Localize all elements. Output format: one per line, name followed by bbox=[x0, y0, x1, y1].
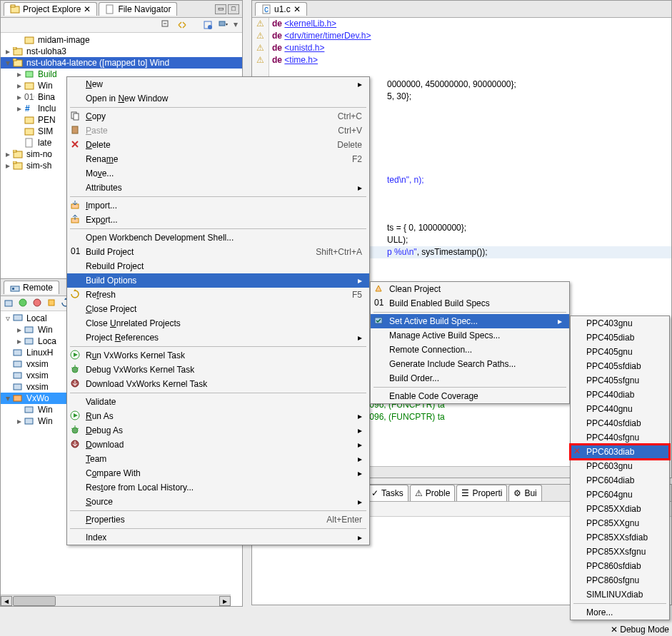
tab-properties[interactable]: ☰Properti bbox=[456, 485, 507, 501]
menu-item-download[interactable]: Download▸ bbox=[67, 438, 369, 452]
minimize-button[interactable]: ▭ bbox=[215, 4, 226, 14]
menu-item-debug-as[interactable]: Debug As▸ bbox=[67, 423, 369, 438]
scrollbar-horizontal[interactable]: ◂ ▸ bbox=[1, 595, 231, 606]
disconnect-icon[interactable] bbox=[32, 298, 44, 309]
menu-item-simlinuxdiab[interactable]: SIMLINUXdiab bbox=[571, 587, 669, 602]
menu-item-ppc440gnu[interactable]: PPC440gnu bbox=[571, 402, 669, 416]
menu-item-download-vxworks-kernel-task[interactable]: Download VxWorks Kernel Task bbox=[67, 377, 369, 391]
tab-build[interactable]: ⚙Bui bbox=[508, 485, 541, 501]
menu-label: Set Active Build Spec... bbox=[389, 316, 478, 326]
scroll-thumb[interactable] bbox=[13, 596, 56, 606]
menu-item-ppc85xxdiab[interactable]: PPC85XXdiab bbox=[571, 502, 669, 516]
menu-item-rebuild-project[interactable]: Rebuild Project bbox=[67, 259, 369, 273]
context-menu[interactable]: New▸Open in New WindowCopyCtrl+CPasteCtr… bbox=[66, 76, 370, 545]
file-icon bbox=[105, 4, 115, 14]
scroll-right-button[interactable]: ▸ bbox=[219, 596, 231, 606]
menu-item-delete[interactable]: DeleteDelete bbox=[67, 138, 369, 152]
menu-item-ppc603diab[interactable]: ✕PPC603diab bbox=[571, 445, 669, 459]
menu-item-refresh[interactable]: RefreshF5 bbox=[67, 288, 369, 302]
menu-item-open-workbench-development-shell[interactable]: Open Workbench Development Shell... bbox=[67, 231, 369, 245]
menu-item-ppc85xxgnu[interactable]: PPC85XXgnu bbox=[571, 516, 669, 530]
menu-item-index[interactable]: Index▸ bbox=[67, 530, 369, 545]
link-editor-icon[interactable] bbox=[176, 19, 188, 31]
run-icon[interactable] bbox=[4, 298, 15, 309]
menu-item-project-references[interactable]: Project References▸ bbox=[67, 330, 369, 345]
menu-item-ppc405sfdiab[interactable]: PPC405sfdiab bbox=[571, 359, 669, 373]
editor-tab-u1c[interactable]: c u1.c ✕ bbox=[255, 2, 307, 16]
tab-file-navigator[interactable]: File Navigator bbox=[99, 2, 177, 16]
target-icon bbox=[12, 348, 24, 358]
menu-item-team[interactable]: Team▸ bbox=[67, 452, 369, 466]
menu-item-ppc860sfgnu[interactable]: PPC860sfgnu bbox=[571, 573, 669, 587]
proj-icon bbox=[12, 149, 24, 159]
menu-item-more[interactable]: More... bbox=[571, 605, 669, 620]
menu-item-copy[interactable]: CopyCtrl+C bbox=[67, 109, 369, 123]
menu-item-clean-project[interactable]: Clean Project bbox=[371, 282, 569, 296]
menu-item-new[interactable]: New▸ bbox=[67, 77, 369, 91]
menu-item-validate[interactable]: Validate bbox=[67, 395, 369, 409]
menu-item-debug-vxworks-kernel-task[interactable]: Debug VxWorks Kernel Task bbox=[67, 363, 369, 377]
close-icon[interactable]: ✕ bbox=[611, 625, 618, 635]
tree-item[interactable]: midam-image bbox=[1, 34, 242, 46]
menu-item-ppc85xxsfdiab[interactable]: PPC85XXsfdiab bbox=[571, 530, 669, 545]
menu-item-ppc440sfdiab[interactable]: PPC440sfdiab bbox=[571, 416, 669, 430]
menu-item-restore-from-local-history[interactable]: Restore from Local History... bbox=[67, 480, 369, 495]
menu-item-build-order[interactable]: Build Order... bbox=[371, 371, 569, 385]
menu-item-open-in-new-window[interactable]: Open in New Window bbox=[67, 91, 369, 106]
menu-item-enable-code-coverage[interactable]: Enable Code Coverage bbox=[371, 389, 569, 403]
maximize-button[interactable]: □ bbox=[228, 4, 239, 14]
target-icon[interactable] bbox=[46, 298, 58, 309]
tab-label: File Navigator bbox=[118, 4, 171, 14]
menu-label: PPC440diab bbox=[586, 390, 634, 400]
menu-item-ppc440sfgnu[interactable]: PPC440sfgnu bbox=[571, 430, 669, 445]
close-icon[interactable]: ✕ bbox=[84, 4, 91, 14]
menu-item-close-unrelated-projects[interactable]: Close Unrelated Projects bbox=[67, 316, 369, 330]
filter-icon[interactable] bbox=[202, 19, 214, 31]
menu-item-rename[interactable]: RenameF2 bbox=[67, 152, 369, 166]
menu-item-ppc860sfdiab[interactable]: PPC860sfdiab bbox=[571, 559, 669, 573]
menu-item-ppc85xxsfgnu[interactable]: PPC85XXsfgnu bbox=[571, 545, 669, 559]
view-menu-icon[interactable] bbox=[218, 19, 229, 31]
tab-project-explorer[interactable]: Project Explore ✕ bbox=[4, 2, 97, 16]
menu-item-run-as[interactable]: Run As▸ bbox=[67, 409, 369, 423]
menu-item-source[interactable]: Source▸ bbox=[67, 495, 369, 509]
menu-item-ppc405diab[interactable]: PPC405diab bbox=[571, 330, 669, 345]
collapse-all-icon[interactable] bbox=[161, 19, 172, 31]
tab-tasks[interactable]: ✓Tasks bbox=[366, 485, 408, 501]
tree-item[interactable]: ▾nst-uloha4-latence ([mapped to] Wind bbox=[1, 57, 242, 69]
menu-item-set-active-build-spec[interactable]: Set Active Build Spec...▸ bbox=[371, 314, 569, 328]
menu-item-close-project[interactable]: Close Project bbox=[67, 302, 369, 316]
menu-item-ppc403gnu[interactable]: PPC403gnu bbox=[571, 316, 669, 330]
menu-item-ppc603gnu[interactable]: PPC603gnu bbox=[571, 459, 669, 473]
menu-item-ppc604gnu[interactable]: PPC604gnu bbox=[571, 488, 669, 502]
build-options-submenu[interactable]: Clean Project010Build Enabled Build Spec… bbox=[370, 281, 570, 404]
menu-item-generate-include-search-paths[interactable]: Generate Include Search Paths... bbox=[371, 357, 569, 371]
menu-dropdown-icon[interactable]: ▾ bbox=[234, 19, 238, 31]
menu-separator bbox=[70, 393, 366, 393]
menu-item-manage-active-build-specs[interactable]: Manage Active Build Specs... bbox=[371, 328, 569, 343]
menu-item-export[interactable]: Export... bbox=[67, 213, 369, 227]
connect-icon[interactable] bbox=[18, 298, 29, 309]
menu-item-ppc440diab[interactable]: PPC440diab bbox=[571, 388, 669, 402]
menu-item-ppc604diab[interactable]: PPC604diab bbox=[571, 473, 669, 488]
close-icon[interactable]: ✕ bbox=[294, 4, 301, 14]
menu-label: PPC604gnu bbox=[586, 490, 633, 500]
menu-item-properties[interactable]: PropertiesAlt+Enter bbox=[67, 513, 369, 527]
menu-item-import[interactable]: Import... bbox=[67, 198, 369, 213]
menu-item-build-project[interactable]: 010Build ProjectShift+Ctrl+A bbox=[67, 245, 369, 259]
tab-remote[interactable]: Remote bbox=[4, 281, 59, 294]
menu-item-run-vxworks-kernel-task[interactable]: Run VxWorks Kernel Task bbox=[67, 348, 369, 363]
tab-problems[interactable]: ⚠Proble bbox=[410, 485, 456, 501]
menu-item-remote-connection[interactable]: Remote Connection... bbox=[371, 343, 569, 357]
tree-item[interactable]: ▸nst-uloha3 bbox=[1, 46, 242, 57]
menu-item-build-options[interactable]: Build Options▸ bbox=[67, 273, 369, 288]
menu-item-move[interactable]: Move... bbox=[67, 166, 369, 181]
menu-item-attributes[interactable]: Attributes▸ bbox=[67, 181, 369, 195]
menu-item-build-enabled-build-specs[interactable]: 010Build Enabled Build Specs bbox=[371, 296, 569, 311]
menu-item-compare-with[interactable]: Compare With▸ bbox=[67, 466, 369, 480]
build-spec-submenu[interactable]: PPC403gnuPPC405diabPPC405gnuPPC405sfdiab… bbox=[570, 316, 670, 620]
menu-label: Build Order... bbox=[389, 373, 439, 383]
menu-item-ppc405gnu[interactable]: PPC405gnu bbox=[571, 345, 669, 359]
scroll-left-button[interactable]: ◂ bbox=[1, 596, 12, 606]
menu-item-ppc405sfgnu[interactable]: PPC405sfgnu bbox=[571, 373, 669, 388]
